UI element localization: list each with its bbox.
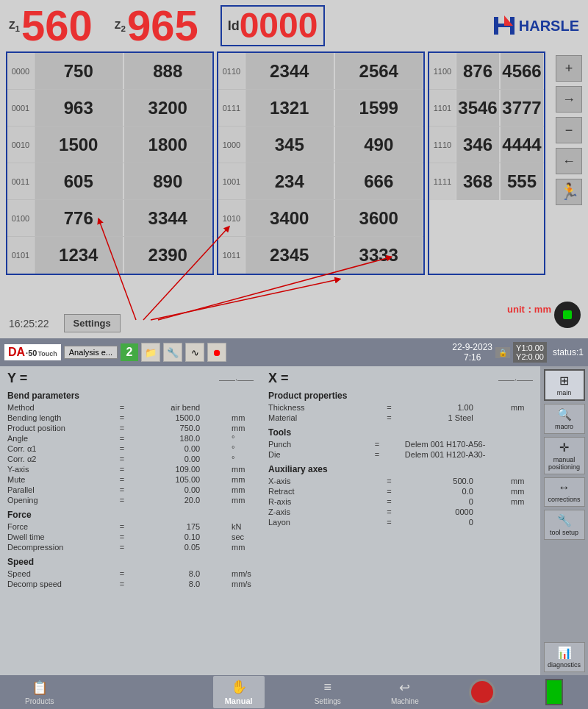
machine-label: Machine <box>391 697 419 705</box>
harsle-icon <box>492 14 516 38</box>
row-val2: 3200 <box>124 90 212 126</box>
param-val: 0 <box>429 518 473 527</box>
red-circle-button[interactable] <box>469 679 495 705</box>
row-val1: 776 <box>35 200 123 236</box>
table-row[interactable]: 1001 234 666 <box>218 163 423 200</box>
minus-button[interactable]: − <box>556 117 582 143</box>
table-row[interactable]: 1101 3546 3777 <box>429 90 544 127</box>
param-name: Corr. α1 <box>7 444 88 453</box>
param-val: 0.10 <box>156 532 200 541</box>
settings-button[interactable]: Settings <box>64 314 121 332</box>
param-eq: = <box>120 532 124 541</box>
param-name: Thickness <box>268 403 349 412</box>
analysis-button[interactable]: Analysis e... <box>64 346 118 359</box>
side-buttons: + → − ← 🏃 <box>556 55 582 205</box>
row-id: 0000 <box>7 53 34 89</box>
row-id: 0011 <box>7 163 34 199</box>
row-val2: 4444 <box>501 127 543 163</box>
param-val: 175 <box>156 522 200 531</box>
sidebar-btn-macro[interactable]: 🔍macro <box>544 404 585 434</box>
sidebar-btn-tool setup[interactable]: 🔧tool setup <box>544 510 585 540</box>
table-row[interactable]: 0110 2344 2564 <box>218 53 423 90</box>
param-val: 109.00 <box>156 465 200 474</box>
row-val1: 346 <box>456 127 499 163</box>
param-name: Decompression <box>7 543 88 552</box>
sidebar-label: manual positioning <box>548 456 580 471</box>
row-val1: 963 <box>35 90 123 126</box>
sidebar-icon: 🔧 <box>557 513 572 527</box>
param-eq: = <box>120 455 124 463</box>
param-row: Angle = 180.0 ° <box>7 433 254 443</box>
row-val2: 3333 <box>335 237 423 274</box>
machine-icon: ↩ <box>395 680 415 696</box>
table-row[interactable]: 1110 346 4444 <box>429 127 544 163</box>
x-label: X = <box>268 371 289 386</box>
row-val1: 368 <box>456 163 499 200</box>
nav-products[interactable]: 📋 Products <box>25 680 54 705</box>
num-button[interactable]: 2 <box>121 343 138 361</box>
param-row: Speed = 8.0 mm/s <box>7 569 254 579</box>
table-row[interactable]: 1010 3400 3600 <box>218 200 423 237</box>
param-val: 1 Steel <box>429 413 473 422</box>
param-eq: = <box>120 444 124 453</box>
nav-manual[interactable]: ✋ Manual <box>213 676 265 708</box>
table-row[interactable]: 0100 776 3344 <box>7 200 212 237</box>
y-dots: ——·—— <box>219 375 254 386</box>
sidebar-btn-main[interactable]: ⊞main <box>544 369 585 401</box>
unit-label: unit：mm <box>507 303 551 316</box>
row-val1: 345 <box>245 127 334 163</box>
param-name: Retract <box>268 487 349 496</box>
param-unit: mm/s <box>232 569 254 578</box>
bend-params-title: Bend parameters <box>7 391 254 401</box>
record-icon[interactable]: ⏺ <box>207 343 226 362</box>
table-row[interactable]: 1000 345 490 <box>218 127 423 163</box>
param-row: Punch = Delem 001 H170-A56- <box>268 439 533 449</box>
table-row[interactable]: 0001 963 3200 <box>7 90 212 127</box>
wave-icon[interactable]: ∿ <box>185 343 204 362</box>
nav-settings[interactable]: ≡ Settings <box>315 680 341 705</box>
left-arrow-button[interactable]: ← <box>556 148 582 174</box>
table-right: 1100 876 4566 1101 3546 3777 1110 346 44… <box>428 51 545 275</box>
param-eq: = <box>120 465 124 474</box>
param-name: Y-axis <box>7 465 88 474</box>
param-row: Z-axis = 0000 <box>268 507 533 517</box>
table-row[interactable]: 1100 876 4566 <box>429 53 544 90</box>
table-row[interactable]: 1111 368 555 <box>429 163 544 200</box>
row-val2: 888 <box>124 53 212 89</box>
row-val2: 2564 <box>335 53 423 89</box>
param-eq: = <box>120 485 124 494</box>
table-row[interactable]: 0000 750 888 <box>7 53 212 90</box>
folder-icon[interactable]: 📁 <box>141 343 160 362</box>
row-val2: 555 <box>501 163 543 200</box>
wrench-icon[interactable]: 🔧 <box>163 343 182 362</box>
table-row[interactable]: 0010 1500 1800 <box>7 127 212 163</box>
harsle-logo: HARSLE <box>492 14 579 38</box>
table-row[interactable]: 1011 2345 3333 <box>218 237 423 274</box>
header-row: Z1 560 Z2 965 Id 0000 HARSLE <box>0 0 588 51</box>
table-row[interactable]: 0101 1234 2390 <box>7 237 212 274</box>
person-icon[interactable]: 🏃 <box>556 179 582 205</box>
x-row: X = ——·—— <box>268 371 533 386</box>
green-toggle-button[interactable] <box>545 679 563 705</box>
svg-line-7 <box>151 279 338 320</box>
nav-machine[interactable]: ↩ Machine <box>391 680 419 705</box>
param-name: X-axis <box>268 477 349 485</box>
plus-button[interactable]: + <box>556 55 582 82</box>
products-icon: 📋 <box>29 680 50 696</box>
sidebar-label: tool setup <box>550 529 578 536</box>
param-row: Corr. α1 = 0.00 ° <box>7 443 254 454</box>
param-name: Speed <box>7 569 88 578</box>
right-arrow-button[interactable]: → <box>556 86 582 113</box>
param-row: Method = air bend <box>7 402 254 413</box>
table-row[interactable]: 0011 605 890 <box>7 163 212 200</box>
sidebar-btn-corrections[interactable]: ↔corrections <box>544 477 585 507</box>
param-unit: mm <box>232 485 254 494</box>
tools-title: Tools <box>268 427 533 438</box>
diagnostics-btn[interactable]: 📊diagnostics <box>544 642 585 672</box>
row-val2: 890 <box>124 163 212 199</box>
table-row[interactable]: 0111 1321 1599 <box>218 90 423 127</box>
param-val: 0.05 <box>156 543 200 552</box>
param-eq: = <box>120 580 124 588</box>
sidebar-btn-manualpositioning[interactable]: ✛manual positioning <box>544 437 585 474</box>
green-indicator-button[interactable] <box>554 302 581 328</box>
